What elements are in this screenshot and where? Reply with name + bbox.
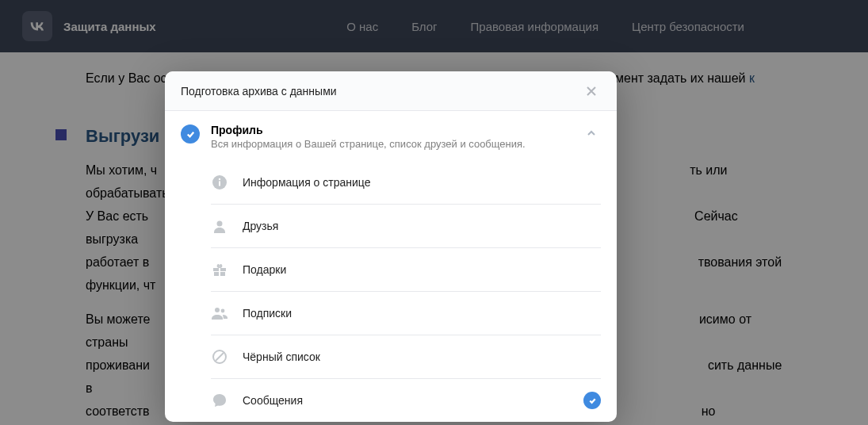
item-label: Друзья [243, 220, 601, 232]
users-icon [211, 304, 228, 322]
svg-point-8 [215, 308, 220, 312]
svg-rect-4 [213, 268, 219, 271]
modal-header: Подготовка архива с данными [165, 71, 617, 111]
svg-point-9 [221, 309, 225, 313]
check-circle-icon [181, 124, 200, 144]
section-desc: Вся информация о Вашей странице, список … [211, 138, 571, 150]
item-gifts[interactable]: Подарки [211, 247, 601, 291]
item-label: Сообщения [243, 394, 569, 407]
svg-rect-1 [219, 182, 220, 186]
svg-rect-5 [220, 268, 226, 271]
close-icon [586, 86, 597, 97]
section-profile[interactable]: Профиль Вся информация о Вашей странице,… [165, 111, 617, 161]
section-text: Профиль Вся информация о Вашей странице,… [211, 124, 571, 150]
ban-icon [211, 348, 228, 366]
collapse-button[interactable] [582, 124, 601, 143]
item-friends[interactable]: Друзья [211, 204, 601, 247]
item-page-info[interactable]: Информация о странице [211, 161, 601, 204]
data-export-modal: Подготовка архива с данными Профиль Вся … [165, 71, 617, 422]
modal-title: Подготовка архива с данными [181, 85, 337, 98]
item-label: Подарки [243, 263, 601, 276]
message-icon [211, 392, 228, 409]
svg-rect-6 [214, 272, 219, 276]
svg-rect-7 [220, 272, 225, 276]
item-label: Подписки [243, 307, 601, 320]
chevron-up-icon [587, 128, 596, 138]
close-button[interactable] [582, 82, 601, 101]
user-icon [211, 217, 228, 235]
item-checked-icon [583, 392, 601, 409]
svg-point-2 [219, 178, 220, 180]
checkmark-icon [185, 129, 196, 140]
section-name: Профиль [211, 124, 571, 136]
item-subscriptions[interactable]: Подписки [211, 291, 601, 335]
sub-items: Информация о странице Друзья Подарки Под… [165, 161, 617, 422]
svg-point-3 [217, 221, 223, 227]
item-messages[interactable]: Сообщения [211, 378, 601, 422]
info-icon [211, 174, 228, 191]
svg-line-11 [216, 353, 224, 361]
item-label: Информация о странице [243, 176, 601, 189]
checkmark-icon [588, 396, 597, 405]
item-label: Чёрный список [243, 350, 601, 363]
gift-icon [211, 261, 228, 278]
item-blacklist[interactable]: Чёрный список [211, 335, 601, 378]
